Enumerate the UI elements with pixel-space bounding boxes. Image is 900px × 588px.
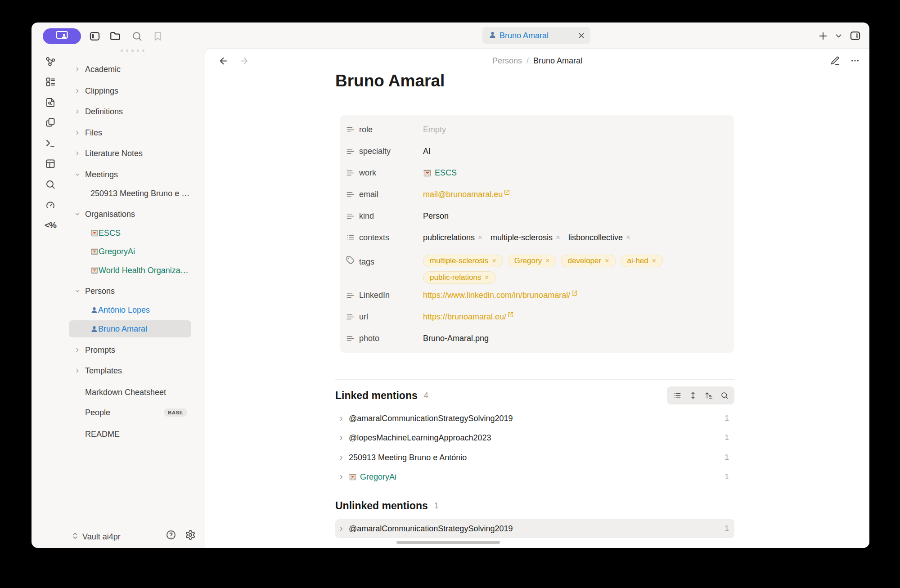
tag-property-icon[interactable] [346,256,355,265]
remove-icon[interactable]: × [492,257,496,265]
list-property-icon[interactable] [346,233,355,242]
text-property-icon[interactable] [346,169,355,177]
text-property-icon[interactable] [346,190,355,199]
breadcrumb-parent[interactable]: Persons [492,56,522,65]
sidebar-item-files[interactable]: Files [69,124,191,141]
bookmark-icon[interactable] [151,30,164,42]
tag-pill[interactable]: ai-hed× [621,255,663,267]
context-item[interactable]: publicrelations× [423,233,482,242]
sidebar-item-prompts[interactable]: Prompts [69,341,191,359]
internal-link[interactable]: ESCS [435,168,457,178]
context-item[interactable]: lisboncollective× [568,233,630,242]
linked-mention-row[interactable]: @lopesMachineLearningApproach2023 1 [335,428,734,447]
expand-collapse-icon[interactable] [689,391,697,399]
sidebar-item-templates[interactable]: Templates [69,362,191,379]
chevron-right-icon[interactable] [338,525,345,532]
sidebar-item-people[interactable]: People BASE [69,404,191,421]
property-key[interactable]: work [359,168,423,178]
gauge-icon[interactable] [41,197,59,213]
sidebar-drag-handle[interactable] [121,49,144,52]
property-key[interactable]: role [359,125,423,135]
chevron-right-icon[interactable] [338,474,345,480]
sidebar-item-meetings[interactable]: Meetings [69,166,191,183]
sidebar-item-bruno-amaral[interactable]: Bruno Amaral [69,320,191,337]
sidebar-item-escs[interactable]: ESCS [69,224,191,242]
text-property-icon[interactable] [346,291,355,300]
sidebar-item-250913-meeting[interactable]: 250913 Meeting Bruno e … [69,185,191,202]
linked-mention-row[interactable]: @amaralCommunicationStrategySolving2019 … [335,409,734,428]
right-sidebar-toggle-icon[interactable] [849,30,861,42]
text-property-icon[interactable] [346,126,355,134]
templater-icon[interactable]: <% [41,218,59,233]
sidebar-item-clippings[interactable]: Clippings [69,82,191,99]
property-value[interactable]: AI [423,147,727,156]
property-key[interactable]: LinkedIn [359,291,423,300]
tag-pill[interactable]: developer× [561,255,616,267]
linked-mention-row[interactable]: GregoryAi 1 [335,467,734,486]
remove-icon[interactable]: × [478,233,482,242]
property-key[interactable]: specialty [359,147,423,156]
property-key[interactable]: url [359,312,423,322]
sidebar-item-gregoryai[interactable]: GregoryAi [69,243,191,260]
chevron-right-icon[interactable] [338,454,345,461]
property-key[interactable]: tags [359,257,423,267]
help-icon[interactable] [164,528,178,542]
chevron-right-icon[interactable] [338,435,345,441]
bullet-list-icon[interactable] [673,391,681,400]
tab-bruno-amaral[interactable]: Bruno Amaral [482,27,590,44]
breadcrumb-current[interactable]: Bruno Amaral [533,56,582,65]
settings-gear-icon[interactable] [184,528,197,542]
tab-close-icon[interactable] [578,32,585,39]
left-sidebar-toggle-icon[interactable] [88,30,101,42]
sidebar-item-definitions[interactable]: Definitions [69,103,191,120]
external-link[interactable]: https://www.linkedin.com/in/brunoamaral/ [423,291,570,300]
tag-pill[interactable]: Gregory× [508,255,557,267]
remove-icon[interactable]: × [485,274,489,282]
tag-pill[interactable]: multiple-sclerosis× [423,255,503,267]
property-key[interactable]: kind [359,211,423,221]
sidebar-item-world-health-organization[interactable]: World Health Organiza… [69,262,191,279]
chevron-down-icon[interactable] [835,32,842,40]
active-view-toggle-button[interactable] [43,28,81,44]
search-icon[interactable] [130,30,143,42]
property-value[interactable]: Person [423,211,727,221]
property-value[interactable]: Bruno-Amaral.png [423,334,727,343]
sidebar-item-markdown-cheatsheet[interactable]: Markdown Cheatsheet [69,384,191,401]
edit-pencil-icon[interactable] [830,55,841,66]
text-property-icon[interactable] [346,313,355,321]
remove-icon[interactable]: × [545,257,549,265]
new-tab-icon[interactable] [818,31,828,41]
terminal-icon[interactable] [41,135,59,151]
text-property-icon[interactable] [346,334,355,343]
unlinked-mention-row[interactable]: @amaralCommunicationStrategySolving2019 … [335,519,734,538]
context-item[interactable]: multiple-sclerosis× [490,233,560,242]
sidebar-item-literature-notes[interactable]: Literature Notes [69,145,191,162]
sidebar-item-readme[interactable]: README [69,426,191,443]
mentions-search-icon[interactable] [720,391,729,399]
property-key[interactable]: photo [359,334,423,343]
chevron-right-icon[interactable] [338,415,345,422]
remove-icon[interactable]: × [652,257,656,265]
remove-icon[interactable]: × [556,233,560,242]
external-link[interactable]: https://brunoamaral.eu/ [423,312,506,322]
sidebar-item-academic[interactable]: Academic [69,61,191,78]
text-property-icon[interactable] [346,212,355,220]
property-key[interactable]: email [359,190,423,199]
external-link[interactable]: mail@brunoamaral.eu [423,190,503,199]
text-property-icon[interactable] [346,147,355,156]
tag-pill[interactable]: public-relations× [423,271,496,284]
folder-icon[interactable] [109,30,122,42]
rail-search-icon[interactable] [41,177,59,192]
file-search-icon[interactable] [41,95,59,110]
copies-icon[interactable] [41,115,59,130]
remove-icon[interactable]: × [626,233,630,242]
graph-view-icon[interactable] [41,54,59,69]
workspace-layout-icon[interactable] [41,156,59,171]
sidebar-item-antonio-lopes[interactable]: António Lopes [69,301,191,319]
sort-ascending-icon[interactable] [705,391,713,399]
sidebar-item-organisations[interactable]: Organisations [69,206,191,223]
more-options-icon[interactable] [850,55,860,66]
vault-switcher[interactable]: Vault ai4pr [71,532,121,542]
bases-icon[interactable] [41,74,59,90]
horizontal-scrollbar[interactable] [396,541,500,544]
